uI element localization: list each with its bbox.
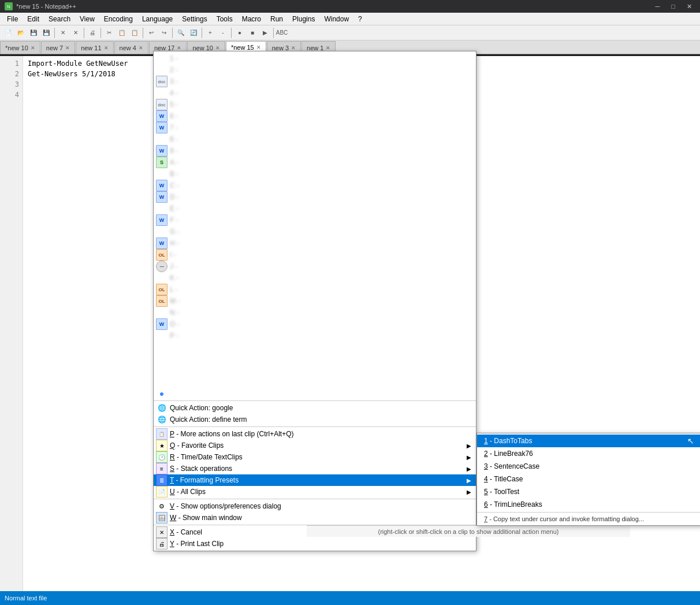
tab-close-new4[interactable]: ✕: [139, 45, 143, 51]
toolbar-replace[interactable]: 🔄: [188, 27, 199, 39]
toolbar-cut[interactable]: ✂: [103, 27, 115, 39]
tab-new7[interactable]: new 7 ✕: [41, 41, 75, 54]
clip-item-O[interactable]: W O -: [154, 318, 476, 330]
toolbar-close[interactable]: ✕: [57, 27, 69, 39]
minimize-button[interactable]: ─: [652, 3, 664, 10]
clip-item-D[interactable]: W D -: [154, 191, 476, 203]
fmt-item-6[interactable]: 6 - TrimLineBreaks: [477, 498, 700, 511]
clip-item-M[interactable]: OL M -: [154, 295, 476, 307]
clip-item-3[interactable]: doc 3 -: [154, 76, 476, 87]
menu-view[interactable]: View: [75, 13, 99, 25]
clip-item-A[interactable]: S A -: [154, 157, 476, 168]
toolbar-zoom-in[interactable]: +: [204, 27, 216, 39]
menu-file[interactable]: File: [2, 13, 23, 25]
toolbar-paste[interactable]: 📋: [129, 27, 140, 39]
tab-close-new3[interactable]: ✕: [291, 45, 296, 51]
quick-action-define[interactable]: 🌐 Quick Action: define term: [154, 414, 476, 425]
tab-close-new10[interactable]: ✕: [31, 45, 35, 51]
menu-help[interactable]: ?: [353, 13, 367, 25]
clip-item-P-sub1[interactable]: [154, 342, 476, 353]
all-clips[interactable]: 📄 U - All Clips ▶: [154, 486, 476, 498]
clip-item-8[interactable]: 8 -: [154, 133, 476, 145]
fmt-item-4[interactable]: 4 - TitleCase: [477, 473, 700, 485]
menu-encoding[interactable]: Encoding: [99, 13, 137, 25]
clip-item-J[interactable]: − J -: [154, 261, 476, 272]
clip-item-6[interactable]: W 6 -: [154, 110, 476, 122]
menu-plugins[interactable]: Plugins: [288, 13, 319, 25]
toolbar-spellcheck[interactable]: ABC: [276, 27, 288, 39]
maximize-button[interactable]: □: [668, 3, 679, 10]
clip-item-7[interactable]: W 7 -: [154, 122, 476, 133]
tab-close-new10b[interactable]: ✕: [215, 45, 220, 51]
close-button[interactable]: ✕: [683, 3, 695, 10]
globe-icon-1: 🌐: [156, 402, 167, 414]
clip-item-I[interactable]: OL I -: [154, 249, 476, 261]
show-options[interactable]: ⚙ V - Show options/preferences dialog: [154, 500, 476, 512]
clip-item-P[interactable]: P -: [154, 330, 476, 342]
clip-item-blurred-circle[interactable]: ●: [154, 388, 476, 399]
menu-language[interactable]: Language: [137, 13, 177, 25]
menu-run[interactable]: Run: [266, 13, 288, 25]
tab-new10[interactable]: *new 10 ✕: [0, 41, 40, 54]
time-date-clips[interactable]: 🕐 R - Time/Date TextClips ▶: [154, 451, 476, 463]
quick-action-google[interactable]: 🌐 Quick Action: google: [154, 402, 476, 414]
show-main-window[interactable]: 🪟 W - Show main window: [154, 512, 476, 524]
toolbar-sep-1: [54, 28, 55, 38]
tab-close-new7[interactable]: ✕: [65, 45, 70, 51]
tab-close-new11[interactable]: ✕: [104, 45, 109, 51]
menu-search[interactable]: Search: [44, 13, 75, 25]
toolbar-save-all[interactable]: 💾: [40, 27, 52, 39]
clip-item-E[interactable]: E -: [154, 203, 476, 214]
clip-item-1[interactable]: 1 -: [154, 53, 476, 64]
favorite-clips[interactable]: ★ Q - Favorite Clips ▶: [154, 440, 476, 451]
clip-item-P-sub2[interactable]: [154, 353, 476, 365]
menu-window[interactable]: Window: [319, 13, 353, 25]
print-last-clip[interactable]: 🖨 Y - Print Last Clip: [154, 538, 476, 550]
toolbar-macro-record[interactable]: ●: [234, 27, 245, 39]
clip-item-L[interactable]: OL L -: [154, 284, 476, 295]
fmt-item-5[interactable]: 5 - ToolTest: [477, 485, 700, 498]
toolbar-save[interactable]: 💾: [28, 27, 39, 39]
toolbar-macro-play[interactable]: ▶: [259, 27, 271, 39]
menu-macro[interactable]: Macro: [237, 13, 266, 25]
toolbar-copy[interactable]: 📋: [116, 27, 128, 39]
toolbar-redo[interactable]: ↪: [158, 27, 170, 39]
stack-operations[interactable]: ≡ S - Stack operations ▶: [154, 463, 476, 474]
fmt-item-1[interactable]: 1 - DashToTabs ↖: [477, 435, 700, 447]
clip-item-9[interactable]: W 9 -: [154, 145, 476, 157]
tab-close-new17[interactable]: ✕: [177, 45, 181, 51]
more-actions-clip[interactable]: 📋 P - More actions on last clip (Ctrl+Al…: [154, 428, 476, 440]
menu-tools[interactable]: Tools: [212, 13, 237, 25]
clip-item-P-sub4[interactable]: [154, 376, 476, 388]
menu-settings[interactable]: Settings: [177, 13, 211, 25]
tab-new11[interactable]: new 11 ✕: [76, 41, 113, 54]
clip-icon-O: W: [156, 318, 167, 330]
toolbar-open[interactable]: 📂: [15, 27, 27, 39]
toolbar-find[interactable]: 🔍: [175, 27, 187, 39]
tab-close-new15[interactable]: ✕: [256, 44, 261, 50]
toolbar-macro-stop[interactable]: ■: [247, 27, 258, 39]
clip-item-F[interactable]: W F -: [154, 214, 476, 226]
toolbar-new[interactable]: 📄: [2, 27, 14, 39]
toolbar-print[interactable]: 🖨: [87, 27, 98, 39]
clip-item-G[interactable]: G -: [154, 226, 476, 237]
toolbar-close-all[interactable]: ✕: [70, 27, 81, 39]
clip-item-2[interactable]: 2 -: [154, 64, 476, 76]
clip-item-N[interactable]: N -: [154, 307, 476, 318]
clip-item-5[interactable]: doc 5 -: [154, 99, 476, 110]
menu-edit[interactable]: Edit: [23, 13, 44, 25]
fmt-item-2[interactable]: 2 - LineBreak76: [477, 447, 700, 460]
clip-item-H[interactable]: W H -: [154, 237, 476, 249]
toolbar-undo[interactable]: ↩: [146, 27, 157, 39]
clip-item-P-sub3[interactable]: [154, 365, 476, 376]
clip-item-4[interactable]: 4 -: [154, 87, 476, 99]
tab-close-new1[interactable]: ✕: [326, 45, 330, 51]
clip-item-K[interactable]: K -: [154, 272, 476, 284]
tab-new4[interactable]: new 4 ✕: [114, 41, 148, 54]
toolbar-zoom-out[interactable]: -: [217, 27, 229, 39]
fmt-item-7[interactable]: 7 - Copy text under cursor and invoke fo…: [477, 514, 700, 524]
formatting-presets[interactable]: ≣ T - Formatting Presets ▶: [154, 474, 476, 486]
fmt-item-3[interactable]: 3 - SentenceCase: [477, 460, 700, 473]
clip-item-C[interactable]: W C -: [154, 180, 476, 191]
clip-item-B[interactable]: B -: [154, 168, 476, 180]
